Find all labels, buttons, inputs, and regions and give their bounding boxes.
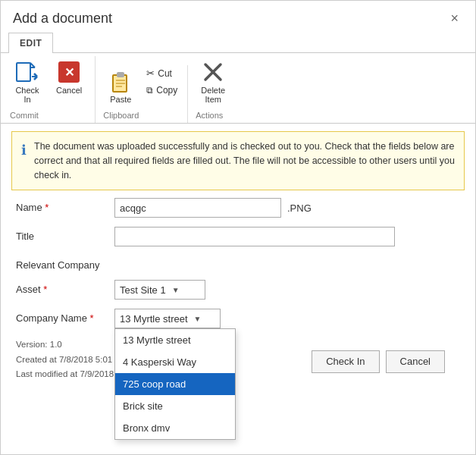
company-name-row: Company Name * 13 Myrtle street ▼ 13 Myr… — [16, 309, 460, 328]
company-name-dropdown: 13 Myrtle street ▼ 13 Myrtle street 4 Ka… — [114, 309, 221, 328]
cut-label: Cut — [158, 68, 172, 79]
tab-edit[interactable]: EDIT — [8, 33, 53, 53]
company-name-required: * — [90, 312, 94, 324]
ribbon-group-actions: DeleteItem Actions — [194, 56, 238, 123]
option-725-coop[interactable]: 725 coop road — [115, 373, 235, 395]
ribbon-delete-button[interactable]: DeleteItem — [194, 56, 232, 108]
copy-icon: ⧉ — [146, 85, 153, 96]
cancel-icon: ✕ — [57, 60, 81, 84]
ribbon-paste-button[interactable]: Paste — [102, 65, 139, 108]
delete-label: DeleteItem — [201, 86, 225, 104]
ribbon-group-actions-label: Actions — [194, 109, 223, 120]
ribbon-buttons-actions: DeleteItem — [194, 56, 232, 108]
form-area: Name * .PNG Title Relevant Company Asset… — [1, 198, 475, 328]
checkin-icon — [15, 60, 39, 84]
name-input-group: .PNG — [114, 198, 460, 218]
dialog-titlebar: Add a document × — [1, 1, 475, 33]
title-input[interactable] — [114, 227, 395, 246]
asset-required: * — [43, 284, 47, 295]
name-extension: .PNG — [287, 202, 312, 214]
ribbon-checkin-button[interactable]: CheckIn — [8, 56, 46, 108]
ribbon-group-clipboard-label: Clipboard — [102, 109, 139, 120]
copy-label: Copy — [156, 85, 177, 96]
asset-label: Asset * — [16, 280, 107, 295]
asset-row: Asset * Test Site 1 ▼ — [16, 280, 460, 300]
svg-rect-0 — [17, 63, 30, 81]
svg-rect-9 — [116, 86, 122, 87]
option-13-myrtle[interactable]: 13 Myrtle street — [115, 329, 235, 351]
title-label: Title — [16, 227, 107, 242]
ribbon-buttons-commit: CheckIn ✕ Cancel — [8, 56, 89, 108]
company-name-arrow: ▼ — [194, 315, 202, 323]
ribbon-cancel-button[interactable]: ✕ Cancel — [49, 56, 89, 108]
company-name-input-group: 13 Myrtle street ▼ 13 Myrtle street 4 Ka… — [114, 309, 460, 328]
paste-icon — [108, 69, 133, 93]
cut-copy-group: ✂ Cut ⧉ Copy — [142, 65, 181, 108]
company-name-menu: 13 Myrtle street 4 Kasperski Way 725 coo… — [114, 328, 236, 440]
dialog-title: Add a document — [13, 11, 112, 27]
ribbon-group-commit-label: Commit — [8, 109, 39, 120]
delete-icon — [201, 60, 225, 84]
ribbon-cut-button[interactable]: ✂ Cut — [142, 65, 181, 81]
name-label: Name * — [16, 198, 107, 213]
relevant-company-row: Relevant Company — [16, 256, 460, 271]
title-row: Title — [16, 227, 460, 246]
option-brick-site[interactable]: Brick site — [115, 395, 235, 417]
cancel-button[interactable]: Cancel — [386, 350, 445, 373]
scissors-icon: ✂ — [146, 67, 155, 79]
name-row: Name * .PNG — [16, 198, 460, 218]
ribbon-group-commit: CheckIn ✕ Cancel Commit — [8, 56, 96, 123]
ribbon-buttons-clipboard: Paste ✂ Cut ⧉ Copy — [102, 65, 181, 108]
svg-rect-7 — [116, 80, 125, 81]
action-buttons: Check In Cancel — [296, 341, 460, 382]
info-icon: ℹ — [21, 140, 27, 182]
cancel-label: Cancel — [56, 86, 82, 95]
asset-select[interactable]: Test Site 1 ▼ — [114, 280, 205, 300]
svg-rect-8 — [116, 83, 125, 84]
close-button[interactable]: × — [446, 10, 463, 27]
tab-bar: EDIT — [1, 33, 475, 53]
company-name-label: Company Name * — [16, 309, 107, 324]
check-in-button[interactable]: Check In — [312, 350, 379, 373]
asset-input-group: Test Site 1 ▼ — [114, 280, 460, 300]
paste-label: Paste — [110, 95, 131, 104]
name-input[interactable] — [114, 198, 281, 218]
option-bronx-dmv[interactable]: Bronx dmv — [115, 417, 235, 439]
relevant-company-label: Relevant Company — [16, 256, 107, 271]
company-name-trigger[interactable]: 13 Myrtle street ▼ — [114, 309, 221, 328]
info-text: The document was uploaded successfully a… — [34, 140, 455, 182]
info-banner: ℹ The document was uploaded successfully… — [11, 131, 465, 190]
company-name-value: 13 Myrtle street — [120, 313, 188, 325]
ribbon-group-clipboard: Paste ✂ Cut ⧉ Copy Clipboard — [102, 65, 188, 123]
ribbon-copy-button[interactable]: ⧉ Copy — [142, 83, 181, 98]
add-document-dialog: Add a document × EDIT — [0, 0, 476, 455]
ribbon: CheckIn ✕ Cancel Commit — [1, 53, 475, 124]
title-input-group — [114, 227, 460, 246]
checkin-label: CheckIn — [15, 86, 39, 104]
bottom-section: Version: 1.0 Created at 7/8/2018 5:01 tr… — [1, 337, 475, 394]
option-4-kasperski[interactable]: 4 Kasperski Way — [115, 351, 235, 373]
name-required: * — [45, 202, 49, 213]
asset-dropdown-arrow: ▼ — [172, 286, 180, 294]
svg-rect-6 — [117, 72, 124, 77]
